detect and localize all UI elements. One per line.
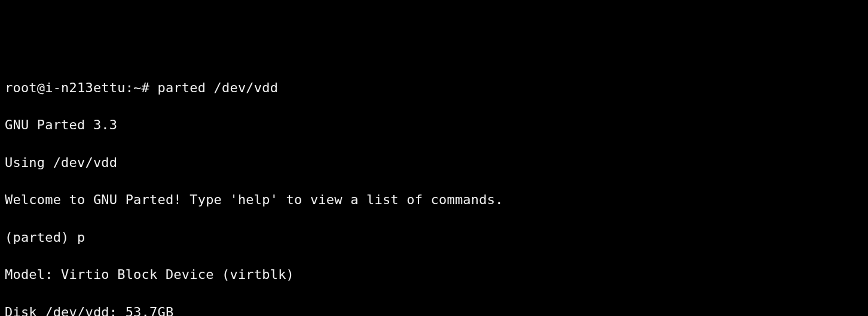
parted-version: GNU Parted 3.3	[5, 116, 863, 134]
parted-prompt-line: (parted) p	[5, 228, 863, 247]
parted-model: Model: Virtio Block Device (virtblk)	[5, 265, 863, 284]
shell-line: root@i-n213ettu:~# parted /dev/vdd	[5, 78, 863, 97]
parted-welcome: Welcome to GNU Parted! Type 'help' to vi…	[5, 190, 863, 209]
shell-command[interactable]: parted /dev/vdd	[157, 80, 278, 95]
parted-disk: Disk /dev/vdd: 53.7GB	[5, 303, 863, 316]
parted-subcommand[interactable]: p	[77, 230, 85, 245]
shell-prompt: root@i-n213ettu:~#	[5, 80, 157, 95]
parted-using: Using /dev/vdd	[5, 153, 863, 172]
parted-prompt: (parted)	[5, 230, 77, 245]
